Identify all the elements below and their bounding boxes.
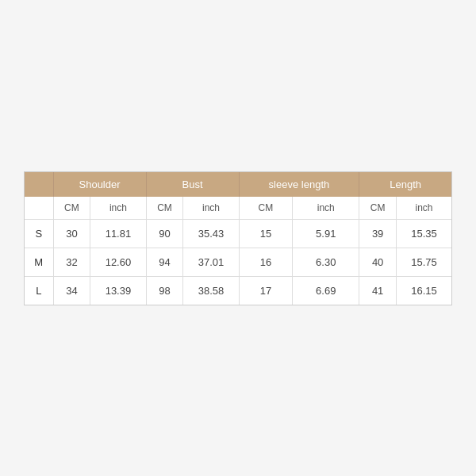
length-inch-cell: 16.15 (397, 276, 451, 305)
length-cm-subheader: CM (359, 197, 397, 220)
shoulder-cm-cell: 32 (53, 248, 90, 276)
length-cm-cell: 41 (359, 276, 397, 305)
length-inch-cell: 15.75 (397, 248, 451, 276)
sleeve-inch-cell: 5.91 (293, 219, 359, 248)
sleeve-cm-cell: 15 (239, 219, 293, 248)
shoulder-cm-subheader: CM (53, 197, 90, 220)
bust-inch-cell: 35.43 (183, 219, 239, 248)
table-row: M3212.609437.01166.304015.75 (25, 248, 451, 276)
size-chart-table: Shoulder Bust sleeve length Length CM in… (25, 172, 451, 305)
shoulder-cm-cell: 30 (53, 219, 90, 248)
table-body: S3011.819035.43155.913915.35M3212.609437… (25, 219, 451, 305)
size-cell: L (25, 276, 53, 305)
sleeve-cm-subheader: CM (239, 197, 293, 220)
bust-group-header: Bust (146, 172, 239, 197)
sleeve-cm-cell: 17 (239, 276, 293, 305)
bust-inch-cell: 38.58 (183, 276, 239, 305)
size-cell: S (25, 219, 53, 248)
shoulder-inch-subheader: inch (90, 197, 146, 220)
length-cm-cell: 39 (359, 219, 397, 248)
subheader-row: CM inch CM inch CM inch CM inch (25, 197, 451, 220)
length-group-header: Length (359, 172, 451, 197)
bust-cm-cell: 90 (146, 219, 183, 248)
table-row: S3011.819035.43155.913915.35 (25, 219, 451, 248)
sleeve-group-header: sleeve length (239, 172, 359, 197)
length-inch-cell: 15.35 (397, 219, 451, 248)
length-cm-cell: 40 (359, 248, 397, 276)
bust-inch-cell: 37.01 (183, 248, 239, 276)
bust-cm-cell: 98 (146, 276, 183, 305)
length-inch-subheader: inch (397, 197, 451, 220)
size-chart-container: Shoulder Bust sleeve length Length CM in… (24, 171, 452, 305)
sleeve-inch-cell: 6.30 (293, 248, 359, 276)
sleeve-inch-subheader: inch (293, 197, 359, 220)
header-group-row: Shoulder Bust sleeve length Length (25, 172, 451, 197)
shoulder-inch-cell: 12.60 (90, 248, 146, 276)
shoulder-inch-cell: 13.39 (90, 276, 146, 305)
bust-inch-subheader: inch (183, 197, 239, 220)
bust-cm-subheader: CM (146, 197, 183, 220)
size-subheader (25, 197, 53, 220)
bust-cm-cell: 94 (146, 248, 183, 276)
sleeve-inch-cell: 6.69 (293, 276, 359, 305)
table-row: L3413.399838.58176.694116.15 (25, 276, 451, 305)
empty-header (25, 172, 53, 197)
shoulder-cm-cell: 34 (53, 276, 90, 305)
shoulder-inch-cell: 11.81 (90, 219, 146, 248)
size-cell: M (25, 248, 53, 276)
sleeve-cm-cell: 16 (239, 248, 293, 276)
shoulder-group-header: Shoulder (53, 172, 146, 197)
